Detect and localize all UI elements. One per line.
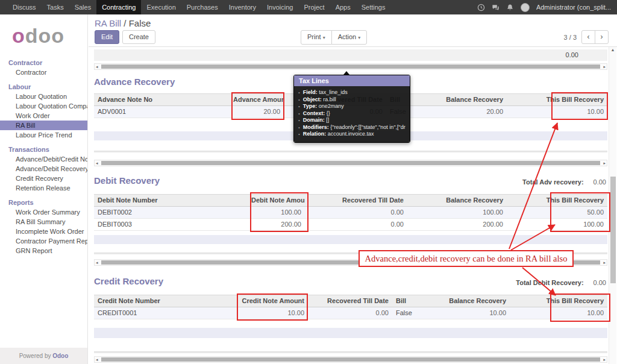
total-debit-recovery: Total Debit Recovery: 0.00	[516, 279, 606, 286]
horizontal-scrollbar-4[interactable]: ◂ ▸	[94, 356, 607, 363]
sidebar-item-grn-report[interactable]: GRN Report	[0, 246, 87, 256]
cell-balance-recovery: 200.00	[407, 219, 507, 230]
menu-apps[interactable]: Apps	[330, 0, 356, 14]
cell-debit-note-number: DEBIT0002	[94, 207, 248, 218]
clock-icon[interactable]	[477, 4, 485, 11]
col-debit-note-number[interactable]: Debit Note Number	[94, 195, 248, 206]
pager-next-button[interactable]: ›	[595, 30, 609, 44]
menu-execution[interactable]: Execution	[141, 0, 181, 14]
vertical-scrollbar[interactable]: ▲	[609, 47, 616, 364]
menu-contracting[interactable]: Contracting	[96, 0, 141, 14]
sidebar-item-contractor-payment-report[interactable]: Contractor Payment Report	[0, 236, 87, 246]
menu-inventory[interactable]: Inventory	[224, 0, 262, 14]
sidebar-item-advance-debit-credit-note[interactable]: Advance/Debit/Credit Note	[0, 154, 87, 164]
scroll-left-icon[interactable]: ◂	[96, 64, 98, 70]
scroll-right-icon[interactable]: ▸	[603, 64, 606, 70]
credit-table-row[interactable]: CREDIT0001 10.00 0.00 False 10.00 10.00	[94, 307, 607, 319]
col-bill[interactable]: Bill	[392, 295, 428, 307]
col-advance-amount[interactable]: Advance Amount	[230, 94, 284, 105]
total-debit-recovery-label: Total Debit Recovery:	[516, 279, 583, 286]
scroll-right-icon[interactable]: ▸	[603, 260, 606, 266]
col-credit-note-amount[interactable]: Credit Note Amount	[236, 295, 308, 307]
edit-button[interactable]: Edit	[95, 30, 119, 44]
cell-recovered-till-date: 0.00	[305, 207, 407, 218]
menu-project[interactable]: Project	[298, 0, 330, 14]
col-recovered-till-date[interactable]: Recovered Till Date	[305, 195, 407, 206]
col-recovered-till-date[interactable]: Recovered Till Date	[308, 295, 392, 307]
print-label: Print	[307, 33, 321, 40]
sidebar-item-work-order-summary[interactable]: Work Order Summary	[0, 207, 87, 217]
col-this-bill-recovery[interactable]: This Bill Recovery	[507, 94, 607, 105]
total-adv-recovery: Total Adv recovery: 0.00	[522, 178, 606, 186]
breadcrumb-separator: /	[124, 18, 126, 28]
sidebar-item-contractor[interactable]: Contractor	[0, 67, 87, 77]
col-balance-recovery[interactable]: Balance Recovery	[407, 195, 507, 206]
col-debit-note-amount[interactable]: Debit Note Amount	[248, 195, 305, 206]
section-separator	[94, 351, 607, 353]
sidebar-item-incomplete-work-order[interactable]: Incomplete Work Order	[0, 227, 87, 236]
action-dropdown-button[interactable]: Action▾	[331, 30, 368, 45]
tooltip-prop-object: Object: ra.bill	[298, 96, 406, 104]
tooltip-title: Tax Lines	[294, 75, 410, 86]
sidebar-item-retention-release[interactable]: Retention Release	[0, 183, 87, 193]
scroll-left-icon[interactable]: ◂	[96, 357, 98, 363]
cell-credit-note-amount: 10.00	[236, 307, 308, 319]
cell-this-bill-recovery: 10.00	[510, 307, 607, 319]
scroll-left-icon[interactable]: ◂	[96, 260, 98, 266]
cell-debit-note-number: DEBIT0003	[94, 219, 248, 230]
scroll-left-icon[interactable]: ◂	[96, 160, 98, 166]
scroll-right-icon[interactable]: ▸	[603, 160, 606, 166]
debit-table-header: Debit Note Number Debit Note Amount Reco…	[94, 194, 607, 207]
sidebar-item-ra-bill-summary[interactable]: RA Bill Summary	[0, 217, 87, 227]
col-credit-note-number[interactable]: Credit Note Number	[94, 295, 236, 307]
menu-tasks[interactable]: Tasks	[42, 0, 69, 14]
scrollbar-thumb[interactable]	[101, 161, 600, 165]
sidebar-item-labour-quotation[interactable]: Labour Quotation	[0, 92, 87, 101]
sidebar-item-ra-bill[interactable]: RA Bill	[0, 121, 87, 130]
scrollbar-thumb[interactable]	[610, 177, 616, 283]
notifications-bell-icon[interactable]	[506, 4, 514, 11]
sidebar-section-labour: Labour	[0, 77, 87, 92]
sidebar-item-advance-debit-recovery[interactable]: Advance/Debit Recovery	[0, 164, 87, 174]
sidebar-item-labour-quotation-comparison[interactable]: Labour Quotation Compari...	[0, 101, 87, 111]
cell-debit-note-amount: 200.00	[248, 219, 305, 230]
debit-table-row[interactable]: DEBIT0002 100.00 0.00 100.00 50.00	[94, 207, 607, 219]
col-advance-note-no[interactable]: Advance Note No	[94, 94, 230, 105]
user-menu[interactable]: Administrator (con_split...	[536, 4, 611, 11]
menu-settings[interactable]: Settings	[356, 0, 391, 14]
scroll-right-icon[interactable]: ▸	[603, 357, 606, 363]
sidebar-item-credit-recovery[interactable]: Credit Recovery	[0, 174, 87, 183]
tooltip-prop-relation: Relation: account.invoice.tax	[298, 131, 406, 138]
pager: 3 / 3 ‹ ›	[564, 30, 609, 44]
horizontal-scrollbar-2[interactable]: ◂ ▸	[94, 160, 607, 166]
col-this-bill-recovery[interactable]: This Bill Recovery	[510, 295, 607, 307]
breadcrumb-ra-bill[interactable]: RA Bill	[95, 18, 121, 28]
menu-sales[interactable]: Sales	[69, 0, 97, 14]
col-balance-recovery[interactable]: Balance Recovery	[419, 94, 507, 105]
scrollbar-thumb[interactable]	[101, 64, 600, 69]
menu-invoicing[interactable]: Invoicing	[262, 0, 298, 14]
col-this-bill-recovery[interactable]: This Bill Recovery	[507, 195, 607, 206]
debit-table-row[interactable]: DEBIT0003 200.00 0.00 200.00 100.00	[94, 219, 607, 231]
menu-discuss[interactable]: Discuss	[7, 0, 42, 14]
print-dropdown-button[interactable]: Print▾	[301, 30, 332, 45]
powered-by-footer: Powered by Odoo	[0, 348, 87, 364]
user-avatar[interactable]	[521, 3, 530, 12]
tooltip-prop-context: Context: {}	[298, 110, 406, 118]
horizontal-scrollbar-1[interactable]: ◂ ▸	[94, 63, 607, 70]
advance-recovery-title: Advance Recovery	[94, 77, 175, 87]
menu-purchases[interactable]: Purchases	[181, 0, 224, 14]
create-button[interactable]: Create	[122, 30, 155, 44]
odoo-logo-first-letter: o	[12, 24, 25, 47]
col-balance-recovery[interactable]: Balance Recovery	[428, 295, 510, 307]
sidebar-item-labour-price-trend[interactable]: Labour Price Trend	[0, 130, 87, 140]
messages-icon[interactable]	[492, 4, 500, 11]
cell-advance-note-no: ADV0001	[94, 106, 230, 118]
tooltip-body: Field: tax_line_ids Object: ra.bill Type…	[294, 86, 410, 142]
tooltip-prop-modifiers: Modifiers: {"readonly":[["state","not in…	[298, 124, 406, 131]
scrollbar-thumb[interactable]	[101, 357, 600, 362]
odoo-footer-link[interactable]: Odoo	[52, 353, 68, 359]
pager-previous-button[interactable]: ‹	[581, 30, 595, 44]
sidebar-item-work-order[interactable]: Work Order	[0, 111, 87, 121]
scroll-up-icon[interactable]: ▲	[609, 48, 616, 52]
